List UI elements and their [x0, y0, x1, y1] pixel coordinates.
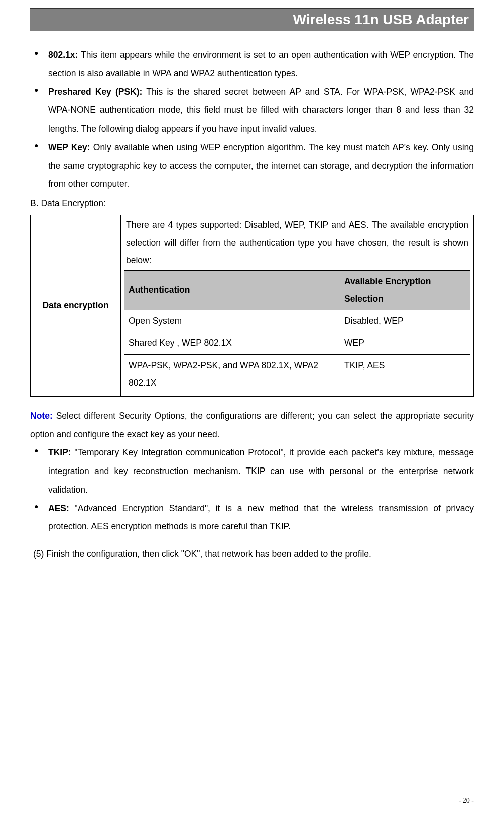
bullet-label: TKIP: — [48, 447, 71, 457]
finish-instruction: (5) Finish the configuration, then click… — [30, 545, 474, 563]
enc-cell: WEP — [340, 332, 470, 354]
bullet-item-psk: Preshared Key (PSK): This is the shared … — [30, 83, 474, 138]
bullet-text: "Advanced Encryption Standard", it is a … — [48, 503, 474, 532]
bullet-list-2: TKIP: "Temporary Key Integration communi… — [30, 443, 474, 536]
auth-cell: Open System — [124, 310, 340, 332]
table-header-row: Authentication Available Encryption Sele… — [124, 270, 470, 310]
table-row: Open System Disabled, WEP — [124, 310, 470, 332]
table-row: WPA-PSK, WPA2-PSK, and WPA 802.1X, WPA2 … — [124, 354, 470, 394]
auth-cell: Shared Key , WEP 802.1X — [124, 332, 340, 354]
header-authentication: Authentication — [124, 270, 340, 310]
table-row: Data encryption There are 4 types suppor… — [31, 215, 474, 396]
bullet-item-802-1x: 802.1x: This item appears while the envi… — [30, 46, 474, 83]
data-encryption-label: Data encryption — [31, 215, 121, 396]
bullet-label: 802.1x: — [48, 50, 78, 60]
bullet-text: Only available when using WEP encryption… — [48, 142, 474, 189]
note-section: Note: Select different Security Options,… — [30, 407, 474, 444]
page-number: - 20 - — [459, 797, 474, 805]
table-row: Shared Key , WEP 802.1X WEP — [124, 332, 470, 354]
bullet-item-tkip: TKIP: "Temporary Key Integration communi… — [30, 443, 474, 499]
authentication-encryption-table: Authentication Available Encryption Sele… — [124, 270, 470, 394]
bullet-item-aes: AES: "Advanced Encryption Standard", it … — [30, 499, 474, 536]
section-b-heading: B. Data Encryption: — [30, 194, 474, 213]
header-title: Wireless 11n USB Adapter — [293, 12, 469, 27]
auth-cell: WPA-PSK, WPA2-PSK, and WPA 802.1X, WPA2 … — [124, 354, 340, 394]
data-encryption-table: Data encryption There are 4 types suppor… — [30, 215, 474, 397]
document-content: 802.1x: This item appears while the envi… — [0, 31, 504, 563]
encryption-description: There are 4 types supported: Disabled, W… — [124, 216, 470, 269]
bullet-text: "Temporary Key Integration communication… — [48, 447, 474, 495]
note-text: Select different Security Options, the c… — [30, 411, 474, 439]
bullet-item-wep-key: WEP Key: Only available when using WEP e… — [30, 138, 474, 193]
bullet-label: WEP Key: — [48, 142, 90, 152]
note-label: Note: — [30, 411, 53, 421]
bullet-label: AES: — [48, 503, 69, 513]
bullet-text: This item appears while the environment … — [48, 50, 474, 78]
enc-cell: TKIP, AES — [340, 354, 470, 394]
header-encryption: Available Encryption Selection — [340, 270, 470, 310]
bullet-list-1: 802.1x: This item appears while the envi… — [30, 46, 474, 193]
enc-cell: Disabled, WEP — [340, 310, 470, 332]
data-encryption-content: There are 4 types supported: Disabled, W… — [121, 215, 474, 396]
bullet-label: Preshared Key (PSK): — [48, 87, 142, 97]
document-header: Wireless 11n USB Adapter — [30, 8, 474, 31]
